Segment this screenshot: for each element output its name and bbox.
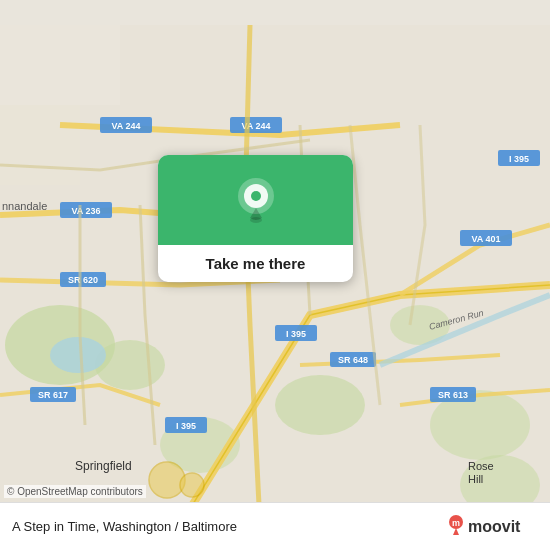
svg-point-39 — [180, 473, 204, 497]
svg-text:moovit: moovit — [468, 518, 521, 535]
moovit-logo-container: m moovit — [448, 511, 538, 543]
card-button-section[interactable]: Take me there — [158, 245, 353, 282]
card-map-header — [158, 155, 353, 245]
destination-card: Take me there — [158, 155, 353, 282]
location-title: A Step in Time, Washington / Baltimore — [12, 519, 237, 534]
map-attribution: © OpenStreetMap contributors — [4, 485, 146, 498]
svg-rect-8 — [0, 25, 120, 105]
svg-text:SR 648: SR 648 — [338, 355, 368, 365]
svg-point-38 — [149, 462, 185, 498]
svg-text:SR 620: SR 620 — [68, 275, 98, 285]
svg-text:Hill: Hill — [468, 473, 483, 485]
svg-text:Springfield: Springfield — [75, 459, 132, 473]
take-me-there-button[interactable]: Take me there — [206, 255, 306, 272]
svg-text:Rose: Rose — [468, 460, 494, 472]
svg-point-2 — [95, 340, 165, 390]
svg-point-42 — [251, 191, 261, 201]
svg-point-43 — [250, 217, 262, 223]
map-container: I 395 I 395 VA 244 VA 244 VA 236 SR 620 … — [0, 0, 550, 550]
svg-point-10 — [50, 337, 106, 373]
svg-rect-9 — [0, 105, 80, 185]
location-info: A Step in Time, Washington / Baltimore — [12, 519, 237, 534]
svg-text:SR 613: SR 613 — [438, 390, 468, 400]
svg-text:I 395: I 395 — [286, 329, 306, 339]
svg-text:VA 401: VA 401 — [471, 234, 500, 244]
svg-text:I 395: I 395 — [509, 154, 529, 164]
svg-text:m: m — [452, 518, 460, 528]
moovit-logo: m moovit — [448, 511, 538, 543]
svg-text:I 395: I 395 — [176, 421, 196, 431]
svg-text:VA 236: VA 236 — [71, 206, 100, 216]
location-pin-icon — [234, 176, 278, 224]
bottom-bar: A Step in Time, Washington / Baltimore m… — [0, 502, 550, 550]
svg-point-3 — [275, 375, 365, 435]
svg-text:nnandale: nnandale — [2, 200, 47, 212]
svg-text:SR 617: SR 617 — [38, 390, 68, 400]
svg-text:VA 244: VA 244 — [111, 121, 140, 131]
